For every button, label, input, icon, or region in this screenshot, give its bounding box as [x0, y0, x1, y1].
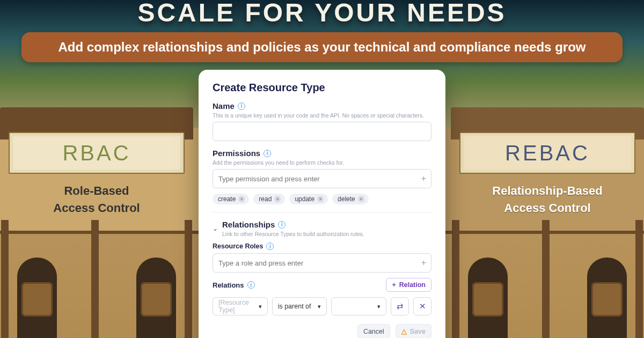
- resource-roles-input[interactable]: [213, 253, 431, 273]
- rebac-sign: REBAC: [459, 132, 635, 174]
- saloon-door-icon: [21, 282, 53, 317]
- permissions-help: Add the permissions you need to perform …: [213, 159, 431, 166]
- chevron-down-icon: ▾: [318, 303, 321, 310]
- rebac-caption: Relationship-Based Access Control: [440, 182, 644, 217]
- rebac-building: REBAC Relationship-Based Access Control: [440, 102, 644, 338]
- permission-chip-label: read: [259, 195, 272, 203]
- add-relation-button[interactable]: + Relation: [386, 278, 431, 292]
- chevron-down-icon: ▾: [377, 303, 380, 310]
- swap-icon: ⇄: [397, 302, 404, 311]
- page-headline: SCALE FOR YOUR NEEDS: [0, 0, 644, 27]
- info-icon[interactable]: i: [247, 281, 255, 289]
- info-icon[interactable]: i: [266, 243, 274, 250]
- rbac-caption: Role-Based Access Control: [0, 182, 204, 217]
- relations-label: Relations: [213, 281, 244, 289]
- plus-icon: +: [392, 281, 396, 289]
- resource-roles-label: Resource Roles: [213, 243, 263, 250]
- permission-chip-label: update: [295, 195, 314, 203]
- permissions-label: Permissions: [213, 149, 260, 158]
- rbac-building: RBAC Role-Based Access Control: [0, 102, 204, 338]
- cancel-button[interactable]: Cancel: [357, 324, 390, 338]
- save-label: Save: [410, 328, 426, 335]
- permission-chip[interactable]: read×: [253, 194, 285, 204]
- swap-button[interactable]: ⇄: [391, 297, 409, 315]
- info-icon[interactable]: i: [264, 150, 271, 157]
- saloon-door-icon: [472, 282, 503, 317]
- relationships-section: ⌄ Relationships i Link to other Resource…: [213, 220, 431, 315]
- permissions-input[interactable]: [213, 169, 431, 188]
- relation-operator-value: is parent of: [278, 303, 311, 310]
- create-resource-type-modal: Create Resource Type Name i This is a un…: [199, 70, 445, 338]
- remove-chip-icon[interactable]: ×: [358, 196, 364, 202]
- remove-chip-icon[interactable]: ×: [238, 196, 245, 202]
- rbac-caption-l2: Access Control: [0, 200, 204, 217]
- remove-chip-icon[interactable]: ×: [317, 196, 324, 202]
- add-relation-label: Relation: [399, 281, 426, 289]
- relation-operator-select[interactable]: is parent of ▾: [272, 297, 327, 315]
- warning-icon: △: [401, 327, 407, 335]
- name-help: This is a unique key used in your code a…: [213, 112, 431, 119]
- name-section: Name i This is a unique key used in your…: [213, 101, 431, 141]
- name-label: Name: [213, 101, 235, 111]
- chevron-down-icon: ▾: [259, 303, 262, 310]
- saloon-door-icon: [141, 282, 172, 317]
- remove-chip-icon[interactable]: ×: [274, 196, 281, 202]
- info-icon[interactable]: i: [278, 221, 286, 229]
- relation-row: [Resource Type] ▾ is parent of ▾ ▾ ⇄ ✕: [213, 297, 431, 315]
- info-icon[interactable]: i: [238, 102, 245, 110]
- rebac-caption-l2: Access Control: [440, 200, 644, 217]
- resource-type-select[interactable]: [Resource Type] ▾: [213, 297, 268, 315]
- resource-type-placeholder: [Resource Type]: [218, 299, 259, 314]
- plus-icon[interactable]: +: [421, 174, 426, 183]
- saloon-door-icon: [591, 282, 623, 317]
- permission-chip-label: create: [218, 195, 236, 203]
- permission-chips: create×read×update×delete×: [213, 194, 431, 204]
- modal-title: Create Resource Type: [213, 82, 431, 94]
- permission-chip[interactable]: delete×: [332, 194, 369, 204]
- permission-chip[interactable]: create×: [213, 194, 249, 204]
- relationships-label: Relationships: [222, 220, 275, 229]
- relationships-help: Link to other Resource Types to build au…: [222, 231, 364, 237]
- rbac-sign: RBAC: [9, 132, 185, 174]
- plus-icon[interactable]: +: [421, 258, 426, 268]
- relation-target-select[interactable]: ▾: [331, 297, 386, 315]
- permissions-section: Permissions i Add the permissions you ne…: [213, 149, 431, 204]
- cancel-label: Cancel: [363, 328, 384, 335]
- divider: [213, 212, 431, 212]
- remove-relation-button[interactable]: ✕: [413, 297, 431, 315]
- chevron-down-icon[interactable]: ⌄: [213, 225, 218, 232]
- modal-footer: Cancel △ Save: [213, 324, 431, 338]
- permission-chip[interactable]: update×: [289, 194, 328, 204]
- page-subtitle: Add complex relationships and policies a…: [21, 32, 623, 62]
- rbac-caption-l1: Role-Based: [0, 182, 204, 200]
- close-icon: ✕: [419, 302, 426, 311]
- save-button[interactable]: △ Save: [396, 324, 431, 338]
- rebac-caption-l1: Relationship-Based: [440, 182, 644, 200]
- name-input[interactable]: [213, 122, 431, 141]
- permission-chip-label: delete: [338, 195, 355, 203]
